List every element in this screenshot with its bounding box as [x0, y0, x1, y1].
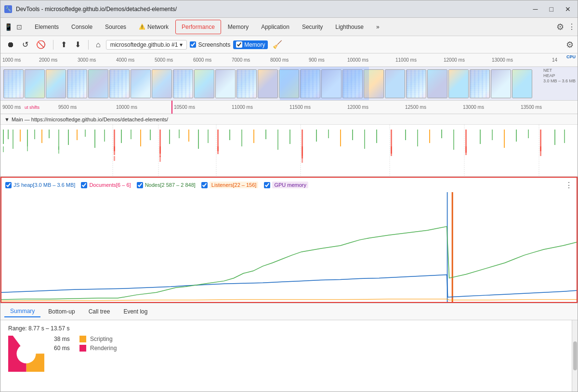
thumb-6 — [109, 69, 130, 98]
svg-rect-31 — [265, 130, 266, 139]
js-heap-checkbox[interactable] — [5, 182, 12, 188]
svg-rect-68 — [302, 156, 303, 163]
documents-checkbox[interactable] — [81, 182, 87, 188]
tab-application[interactable]: Application — [255, 20, 295, 34]
zoom-tick-11000: 11000 ms — [232, 105, 253, 110]
svg-rect-61 — [217, 146, 219, 154]
memory-chart-svg — [1, 192, 577, 302]
legend-js-heap: JS heap[3.0 MB – 3.6 MB] — [5, 182, 75, 188]
refresh-record-button[interactable]: ↺ — [20, 39, 31, 50]
settings-gear-icon[interactable]: ⚙ — [556, 22, 564, 32]
thumb-7 — [131, 69, 151, 98]
scripting-label: Scripting — [90, 336, 113, 342]
thumb-2 — [25, 69, 45, 98]
tab-more[interactable]: » — [370, 20, 385, 34]
home-button[interactable]: ⌂ — [93, 39, 103, 50]
svg-rect-35 — [316, 130, 317, 142]
screenshots-label: Screenshots — [198, 41, 230, 48]
performance-toolbar: ⏺ ↺ 🚫 ⬆ ⬇ ⌂ microsoftedge.github.io #1 ▾… — [0, 36, 578, 53]
thumb-12 — [236, 69, 257, 98]
svg-rect-44 — [429, 130, 430, 143]
thumb-5 — [88, 69, 108, 98]
svg-rect-56 — [3, 146, 4, 152]
tab-memory[interactable]: Memory — [222, 20, 254, 34]
svg-rect-33 — [289, 130, 290, 144]
screenshots-checkbox[interactable] — [190, 41, 196, 48]
toolbar-settings-icon[interactable]: ⚙ — [566, 39, 574, 50]
memory-checkbox-label[interactable]: Memory — [233, 40, 268, 49]
tab-sources[interactable]: Sources — [99, 20, 132, 34]
tick-4000: 4000 ms — [116, 57, 134, 63]
upload-button[interactable]: ⬆ — [58, 39, 69, 50]
heap-label: HEAP — [543, 73, 576, 78]
svg-rect-23 — [179, 130, 180, 138]
tab-elements[interactable]: Elements — [29, 20, 65, 34]
legend-menu-icon[interactable]: ⋮ — [565, 181, 573, 190]
tab-call-tree[interactable]: Call tree — [83, 306, 116, 317]
nodes-checkbox[interactable] — [137, 182, 143, 188]
tab-performance[interactable]: Performance — [175, 20, 221, 34]
listeners-checkbox[interactable] — [201, 182, 208, 188]
summary-scrollbar[interactable] — [572, 320, 578, 392]
svg-rect-48 — [480, 130, 481, 144]
tab-bottom-up[interactable]: Bottom-up — [42, 306, 80, 317]
svg-rect-38 — [352, 130, 353, 140]
thumb-23 — [470, 69, 490, 98]
tab-event-log[interactable]: Event log — [118, 306, 153, 317]
summary-item-scripting: 38 ms Scripting — [54, 336, 117, 342]
close-button[interactable]: ✕ — [562, 4, 574, 14]
svg-rect-20 — [150, 130, 151, 140]
record-button[interactable]: ⏺ — [4, 39, 17, 50]
svg-point-81 — [17, 344, 36, 364]
svg-rect-76 — [1, 192, 577, 302]
documents-label: Documents[6 – 6] — [89, 182, 131, 188]
minimize-button[interactable]: ─ — [530, 4, 541, 14]
scripting-color — [79, 336, 86, 342]
screenshot-strip[interactable]: NET HEAP 3.0 MB – 3.6 MB — [0, 67, 578, 101]
collapse-arrow[interactable]: ▼ — [4, 117, 10, 122]
more-options-icon[interactable]: ⋮ — [568, 22, 576, 31]
screenshots-checkbox-label[interactable]: Screenshots — [190, 41, 230, 48]
flame-chart-svg — [0, 125, 573, 177]
device-toolbar-icon[interactable]: 📱 — [4, 23, 13, 31]
gpu-memory-checkbox[interactable] — [264, 182, 270, 188]
svg-rect-28 — [229, 130, 230, 140]
thumb-1 — [3, 69, 24, 98]
svg-rect-43 — [417, 130, 418, 146]
svg-rect-25 — [198, 130, 199, 149]
elements-select-icon[interactable]: ⊡ — [16, 23, 22, 31]
clear-results-icon[interactable]: 🧹 — [273, 40, 282, 49]
thumb-19 — [385, 69, 405, 98]
svg-rect-39 — [364, 130, 365, 149]
tick-1000: 1000 ms — [2, 57, 21, 63]
toolbar-sep-2 — [88, 40, 89, 50]
tab-lighthouse[interactable]: Lighthouse — [329, 20, 369, 34]
thumb-25 — [512, 69, 532, 98]
svg-rect-6 — [27, 130, 28, 146]
tab-summary[interactable]: Summary — [4, 306, 40, 317]
thumb-10 — [194, 69, 214, 98]
scripting-ms: 38 ms — [54, 336, 76, 342]
tab-security[interactable]: Security — [296, 20, 328, 34]
zoom-tick-11500: 11500 ms — [289, 105, 311, 110]
layout-shift-marker — [171, 101, 172, 114]
url-dropdown-icon: ▾ — [180, 41, 183, 48]
zoom-tick-12000: 12000 ms — [347, 105, 368, 110]
app-icon: 🔧 — [4, 5, 12, 13]
svg-rect-40 — [376, 130, 377, 143]
restore-button[interactable]: □ — [547, 4, 556, 14]
timeline-selection — [280, 67, 369, 100]
url-selector[interactable]: microsoftedge.github.io #1 ▾ — [106, 40, 187, 50]
tab-console[interactable]: Console — [66, 20, 98, 34]
memory-checkbox[interactable] — [236, 41, 242, 48]
summary-legend: 38 ms Scripting 60 ms Rendering — [54, 336, 117, 352]
svg-rect-63 — [391, 146, 392, 156]
summary-content: 38 ms Scripting 60 ms Rendering — [8, 336, 570, 373]
heap-value-label: 3.0 MB – 3.6 MB — [543, 78, 576, 83]
timeline-zoomed-ruler: 9000 ms ut shifts 9500 ms 10000 ms 10500… — [0, 101, 578, 114]
svg-rect-18 — [131, 130, 131, 139]
svg-rect-12 — [77, 130, 78, 140]
download-button[interactable]: ⬇ — [72, 39, 83, 50]
tab-network[interactable]: Network — [133, 20, 174, 34]
clear-button[interactable]: 🚫 — [34, 39, 48, 50]
